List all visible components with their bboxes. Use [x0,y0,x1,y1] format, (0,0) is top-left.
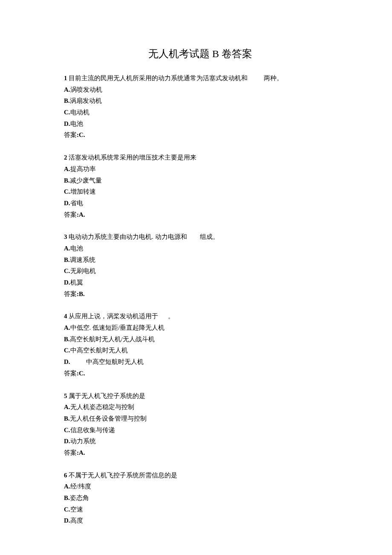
option-label: D. [64,200,70,206]
question-text-tail: 两种。 [264,75,283,81]
option-label: D. [64,358,70,365]
option-label: B. [64,415,70,422]
option-line: C.中高空长航时无人机 [64,345,337,356]
blank-gap [187,233,200,240]
question-text: 目前主流的民用无人机所采用的动力系统通常为活塞式发动机和 [69,75,248,81]
option-label: A. [64,324,70,331]
option-label: A. [64,404,70,410]
option-line: A.涡喷发动机 [64,84,337,96]
questions-container: 1 目前主流的民用无人机所采用的动力系统通常为活塞式发动机和 两种。A.涡喷发动… [64,73,337,526]
question-stem: 4 从应用上说，涡桨发动机适用于 。 [64,311,337,322]
option-label: A. [64,245,70,252]
option-text: 高度 [70,517,83,524]
question-stem: 5 属于无人机飞控子系统的是 [64,390,337,402]
option-line: D.动力系统 [64,436,337,447]
question-number: 1 [64,75,67,81]
option-line: A.无人机姿态稳定与控制 [64,401,337,413]
document-page: 无人机考试题 B 卷答案 1 目前主流的民用无人机所采用的动力系统通常为活塞式发… [0,0,392,526]
option-line: B.无人机任务设备管理与控制 [64,413,337,424]
answer-line: 答案:C. [64,368,337,379]
question-stem: 6 不属于无人机飞控子系统所需信息的是 [64,470,337,481]
option-text: 省电 [70,200,83,206]
option-text: 涡喷发动机 [70,86,102,93]
question-text: 从应用上说，涡桨发动机适用于 [69,313,158,320]
question-stem: 3 电动动力系统主要由动力电机. 动力电源和 组成。 [64,231,337,243]
option-label: B. [64,256,70,263]
answer-label: 答案 [64,449,77,456]
option-label: B. [64,97,70,104]
option-line: A.经/纬度 [64,481,337,492]
question-number: 4 [64,313,67,320]
option-label: A. [64,483,70,490]
question-text: 不属于无人机飞控子系统所需信息的是 [69,472,177,479]
option-line: D.省电 [64,198,337,209]
option-label: B. [64,336,70,343]
question-text: 属于无人机飞控子系统的是 [69,392,145,399]
option-text: 高空长航时无人机/无人战斗机 [70,336,155,343]
option-text: 姿态角 [70,494,89,501]
page-title: 无人机考试题 B 卷答案 [64,47,337,61]
option-label: D. [64,120,70,127]
answer-label: 答案 [64,291,77,297]
option-text: 减少废气量 [70,177,102,184]
answer-value: :C. [77,131,85,138]
option-label: A. [64,166,70,172]
option-label: B. [64,177,70,184]
option-text: 无刷电机 [70,267,96,274]
option-line: C.信息收集与传递 [64,424,337,436]
answer-value: :B. [77,291,85,297]
option-label: B. [64,494,70,501]
option-text: 增加转速 [70,188,96,195]
question-block: 1 目前主流的民用无人机所采用的动力系统通常为活塞式发动机和 两种。A.涡喷发动… [64,73,337,141]
option-text: 电池 [70,245,83,252]
option-line: D.机翼 [64,277,337,288]
option-text: 电池 [70,120,83,127]
answer-label: 答案 [64,131,77,138]
option-line: D.电池 [64,118,337,130]
question-number: 5 [64,392,67,399]
answer-line: 答案:A. [64,447,337,459]
question-text-tail: 。 [168,313,174,320]
option-label: C. [64,347,70,354]
option-label: D. [64,279,70,286]
option-label: C. [64,188,70,195]
option-text: 涡扇发动机 [70,97,102,104]
answer-value: :A. [77,211,85,218]
option-text: 电动机 [70,109,89,116]
answer-label: 答案 [64,211,77,218]
question-block: 5 属于无人机飞控子系统的是A.无人机姿态稳定与控制B.无人机任务设备管理与控制… [64,390,337,459]
option-text: 经/纬度 [70,483,91,490]
answer-value: :A. [77,449,85,456]
answer-line: 答案:B. [64,288,337,300]
question-number: 2 [64,154,67,161]
option-line: D.高度 [64,515,337,526]
option-line: B.减少废气量 [64,175,337,186]
option-text: 中高空长航时无人机 [70,347,128,354]
option-line: C.增加转速 [64,186,337,198]
option-text: 机翼 [70,279,83,286]
option-text: 无人机姿态稳定与控制 [70,404,134,410]
question-block: 4 从应用上说，涡桨发动机适用于 。A.中低空. 低速短距/垂直起降无人机B.高… [64,311,337,379]
option-line: C.电动机 [64,107,337,118]
option-line: B.涡扇发动机 [64,95,337,107]
option-label: D. [64,517,70,524]
question-block: 2 活塞发动机系统常采用的增压技术主要是用来A.提高功率B.减少废气量C.增加转… [64,152,337,220]
option-label: D. [64,438,70,445]
blank-gap [158,313,168,320]
option-label: C. [64,427,70,433]
option-label: A. [64,86,70,93]
answer-line: 答案:C. [64,129,337,141]
option-label: C. [64,267,70,274]
option-text: 提高功率 [70,166,96,172]
question-block: 6 不属于无人机飞控子系统所需信息的是A.经/纬度B.姿态角C.空速D.高度 [64,470,337,526]
answer-value: :C. [77,370,85,377]
option-text: 中低空. 低速短距/垂直起降无人机 [70,324,165,331]
answer-line: 答案:A. [64,209,337,221]
option-label: C. [64,506,70,513]
option-label: C. [64,109,70,116]
question-number: 3 [64,233,67,240]
option-line: A.中低空. 低速短距/垂直起降无人机 [64,322,337,334]
option-line: B.姿态角 [64,492,337,504]
question-text: 活塞发动机系统常采用的增压技术主要是用来 [69,154,196,161]
option-line: A.电池 [64,243,337,254]
